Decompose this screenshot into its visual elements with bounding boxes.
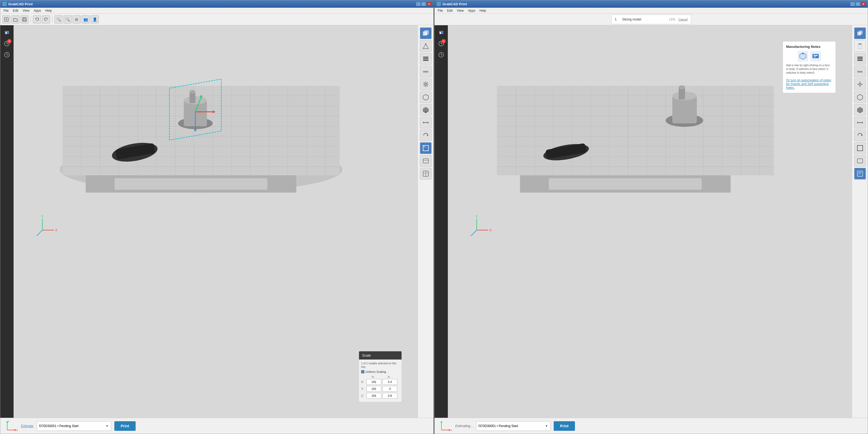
mfg-notes-link[interactable]: Or turn on autocreation of notes for Ins…	[786, 79, 831, 90]
z-inches-input[interactable]	[382, 393, 397, 399]
svg-rect-148	[857, 159, 863, 163]
right-tray-btn[interactable]	[854, 155, 866, 167]
perspective-btn[interactable]	[420, 40, 432, 52]
users-btn[interactable]: 👥	[82, 16, 90, 23]
svg-rect-0	[3, 2, 6, 6]
right-menu-view[interactable]: View	[455, 8, 466, 13]
right-rotate-btn[interactable]	[854, 129, 866, 141]
scale-btn[interactable]	[420, 142, 432, 154]
layers-btn[interactable]	[420, 53, 432, 65]
right-menu-edit[interactable]: Edit	[445, 8, 455, 13]
svg-marker-71	[423, 122, 424, 124]
axis-indicator-left: x y	[4, 420, 18, 433]
svg-rect-92	[497, 86, 774, 175]
right-layers-btn[interactable]	[854, 53, 866, 65]
close-btn[interactable]: ✕	[427, 2, 431, 6]
svg-marker-145	[862, 122, 863, 124]
tray-settings-btn[interactable]	[420, 155, 432, 167]
object-btn[interactable]	[420, 91, 432, 103]
right-mm-units-btn[interactable]: mm	[854, 66, 866, 78]
right-settings-btn[interactable]	[854, 79, 866, 90]
zoom-in-btn[interactable]: 🔍	[55, 16, 62, 23]
menu-apps[interactable]: Apps	[32, 8, 43, 13]
right-left-sidebar: 2	[435, 25, 448, 418]
right-scale-btn[interactable]	[854, 142, 866, 154]
right-menu-file[interactable]: File	[436, 8, 445, 13]
right-home-sidebar-btn[interactable]	[436, 27, 446, 37]
maximize-btn[interactable]: □	[421, 2, 426, 6]
estimate-button[interactable]: Estimate	[21, 424, 33, 428]
minimize-btn[interactable]: _	[416, 2, 421, 6]
svg-marker-156	[440, 421, 442, 423]
svg-rect-88	[439, 31, 443, 34]
settings-btn[interactable]	[420, 79, 432, 90]
left-window: GrabCAD Print _ □ ✕ File Edit View Apps …	[0, 0, 434, 434]
more-btn[interactable]	[420, 168, 432, 180]
menu-view[interactable]: View	[21, 8, 32, 13]
svg-rect-138	[857, 58, 863, 59]
svg-rect-149	[857, 171, 863, 176]
svg-marker-66	[423, 94, 428, 100]
rotate-btn[interactable]	[420, 129, 432, 141]
scale-panel-body: 1 of 1 models selected on this tray ✓ Un…	[359, 360, 402, 402]
svg-rect-132	[813, 55, 818, 56]
x-inches-input[interactable]	[382, 379, 397, 385]
slicing-percent: 11%	[669, 18, 675, 21]
right-object-btn[interactable]	[854, 91, 866, 103]
open-btn[interactable]	[11, 16, 20, 23]
right-arrange-btn[interactable]	[854, 117, 866, 128]
arrange-btn[interactable]	[420, 117, 432, 128]
svg-point-130	[802, 53, 804, 54]
home-sidebar-btn[interactable]	[2, 27, 12, 37]
print-button-right[interactable]: Print	[554, 421, 575, 431]
right-notes-btn[interactable]	[854, 168, 866, 180]
right-history-sidebar-btn[interactable]	[436, 50, 446, 60]
dropdown-arrow-left: ▼	[105, 424, 109, 428]
printer-dropdown-right[interactable]: f370D30051 • Pending Start ▼	[476, 421, 551, 431]
fit-btn[interactable]: ⊞	[72, 16, 81, 23]
right-minimize-btn[interactable]: _	[850, 2, 855, 6]
user-btn[interactable]: 👤	[91, 16, 99, 23]
print-button-left[interactable]: Print	[114, 421, 135, 431]
right-window: GrabCAD Print _ □ ✕ File Edit View Apps …	[434, 0, 868, 434]
menu-file[interactable]: File	[1, 8, 11, 13]
right-menu-help[interactable]: Help	[477, 8, 488, 13]
printer-name-right: f370D30051 • Pending Start	[478, 424, 545, 428]
svg-text:X: X	[55, 228, 57, 232]
scale-row-z: Z:	[361, 393, 399, 399]
right-bottom-bar: x Estimating... f370D30051 • Pending Sta…	[435, 418, 868, 434]
redo-btn[interactable]	[42, 16, 50, 23]
view-cube-btn[interactable]	[420, 27, 432, 39]
left-viewport[interactable]: X Y Scale 1 of 1 models selected on this…	[13, 25, 417, 418]
right-place-btn[interactable]	[854, 104, 866, 116]
save-btn[interactable]	[21, 16, 28, 23]
right-menu-apps[interactable]: Apps	[466, 8, 477, 13]
y-inches-input[interactable]	[382, 386, 397, 392]
svg-line-55	[37, 230, 42, 236]
mm-units-btn[interactable]: mm	[420, 66, 432, 78]
right-view-cube-btn[interactable]	[854, 27, 866, 39]
zoom-out-btn[interactable]: 🔍	[64, 16, 71, 23]
right-close-btn[interactable]: ✕	[861, 2, 866, 6]
z-percent-input[interactable]	[367, 393, 381, 399]
x-percent-input[interactable]	[367, 379, 381, 385]
right-maximize-btn[interactable]: □	[856, 2, 860, 6]
undo-btn[interactable]	[33, 16, 41, 23]
y-percent-input[interactable]	[367, 386, 381, 392]
place-btn[interactable]	[420, 104, 432, 116]
uniform-scaling-checkbox[interactable]: ✓	[361, 370, 364, 373]
svg-text:X: X	[489, 228, 492, 232]
svg-line-128	[471, 230, 477, 236]
right-perspective-btn[interactable]	[854, 40, 866, 52]
printer-dropdown-left[interactable]: f370D30051 • Pending Start ▼	[37, 421, 111, 431]
svg-text:x: x	[451, 428, 452, 432]
menu-help[interactable]: Help	[43, 8, 54, 13]
svg-marker-142	[857, 107, 863, 113]
svg-rect-131	[812, 54, 819, 58]
new-btn[interactable]	[2, 16, 10, 23]
toolbar-sep-1	[31, 16, 31, 23]
slicing-cancel-button[interactable]: Cancel	[678, 18, 687, 21]
menu-edit[interactable]: Edit	[11, 8, 21, 13]
svg-text:Y: Y	[475, 214, 478, 218]
history-sidebar-btn[interactable]	[2, 50, 12, 60]
